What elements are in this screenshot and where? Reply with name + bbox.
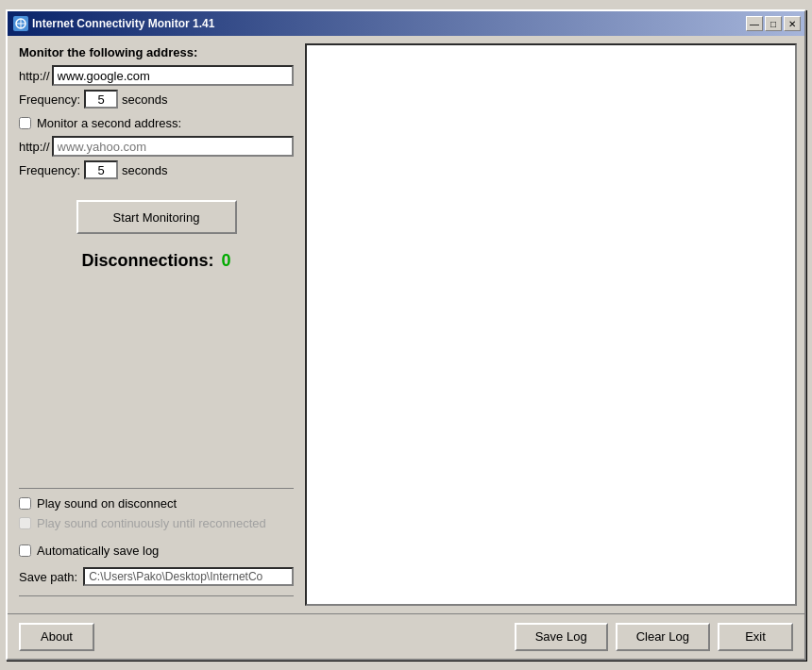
- close-button[interactable]: ✕: [784, 16, 801, 31]
- save-path-input[interactable]: [83, 567, 294, 586]
- secondary-freq-unit: seconds: [122, 163, 167, 177]
- sound-continuous-label[interactable]: Play sound continuously until reconnecte…: [37, 516, 266, 530]
- bottom-right: Save Log Clear Log Exit: [515, 623, 793, 651]
- secondary-freq-input[interactable]: [84, 160, 118, 179]
- secondary-freq-label: Frequency:: [19, 163, 80, 177]
- secondary-url-row: http://: [19, 136, 294, 157]
- primary-section-label: Monitor the following address:: [19, 45, 294, 59]
- primary-url-row: http://: [19, 65, 294, 86]
- clear-log-button[interactable]: Clear Log: [616, 623, 710, 651]
- secondary-url-prefix: http://: [19, 140, 50, 154]
- right-panel: [305, 36, 804, 613]
- save-log-button[interactable]: Save Log: [515, 623, 608, 651]
- primary-url-prefix: http://: [19, 69, 50, 83]
- secondary-url-input[interactable]: [52, 136, 294, 157]
- secondary-address-label[interactable]: Monitor a second address:: [37, 116, 181, 130]
- minimize-button[interactable]: —: [746, 16, 763, 31]
- title-bar-left: Internet Connectivity Monitor 1.41: [13, 16, 214, 31]
- start-btn-container: Start Monitoring: [19, 200, 294, 234]
- bottom-left: About: [19, 623, 94, 651]
- sound-continuous-checkbox[interactable]: [19, 517, 31, 529]
- secondary-address-checkbox-row: Monitor a second address:: [19, 116, 294, 130]
- save-path-label: Save path:: [19, 570, 77, 584]
- window-body: Monitor the following address: http:// F…: [8, 36, 804, 613]
- disconnections-row: Disconnections: 0: [19, 251, 294, 271]
- primary-freq-unit: seconds: [122, 92, 167, 107]
- exit-button[interactable]: Exit: [718, 623, 793, 651]
- title-buttons: — □ ✕: [746, 16, 801, 31]
- window-title: Internet Connectivity Monitor 1.41: [32, 17, 214, 30]
- primary-url-input[interactable]: [52, 65, 294, 86]
- sound-label[interactable]: Play sound on disconnect: [37, 496, 177, 511]
- separator-1: [19, 488, 294, 489]
- autosave-label[interactable]: Automatically save log: [37, 544, 159, 558]
- disconnections-count: 0: [222, 251, 231, 271]
- maximize-button[interactable]: □: [765, 16, 782, 31]
- secondary-address-checkbox[interactable]: [19, 117, 31, 129]
- sound-checkbox[interactable]: [19, 497, 31, 510]
- sound-continuous-row: Play sound continuously until reconnecte…: [19, 516, 294, 530]
- autosave-checkbox-row: Automatically save log: [19, 544, 294, 558]
- disconnections-label: Disconnections:: [81, 251, 213, 271]
- about-button[interactable]: About: [19, 623, 94, 651]
- left-panel: Monitor the following address: http:// F…: [8, 36, 305, 613]
- app-icon: [13, 16, 28, 31]
- main-window: Internet Connectivity Monitor 1.41 — □ ✕…: [6, 9, 806, 661]
- bottom-bar: About Save Log Clear Log Exit: [8, 613, 804, 659]
- save-path-row: Save path:: [19, 567, 294, 586]
- log-area[interactable]: [305, 43, 797, 606]
- sound-checkbox-row: Play sound on disconnect: [19, 496, 294, 511]
- primary-freq-row: Frequency: seconds: [19, 90, 294, 109]
- start-monitoring-button[interactable]: Start Monitoring: [76, 200, 237, 234]
- separator-2: [19, 595, 294, 596]
- autosave-checkbox[interactable]: [19, 544, 31, 557]
- secondary-freq-row: Frequency: seconds: [19, 160, 294, 179]
- primary-freq-input[interactable]: [84, 90, 118, 109]
- title-bar: Internet Connectivity Monitor 1.41 — □ ✕: [8, 11, 804, 36]
- primary-freq-label: Frequency:: [19, 92, 80, 107]
